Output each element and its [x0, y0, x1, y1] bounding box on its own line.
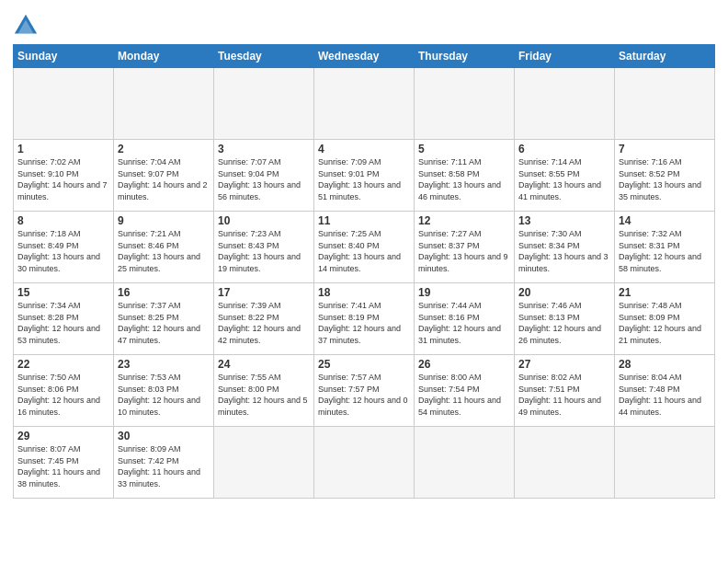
- day-info: Sunrise: 7:11 AMSunset: 8:58 PMDaylight:…: [418, 156, 510, 202]
- day-info: Sunrise: 7:50 AMSunset: 8:06 PMDaylight:…: [17, 372, 109, 418]
- calendar-cell: 15Sunrise: 7:34 AMSunset: 8:28 PMDayligh…: [14, 283, 114, 355]
- day-info: Sunrise: 7:48 AMSunset: 8:09 PMDaylight:…: [619, 300, 711, 346]
- calendar-cell: 1Sunrise: 7:02 AMSunset: 9:10 PMDaylight…: [14, 140, 114, 212]
- calendar-cell: 28Sunrise: 8:04 AMSunset: 7:48 PMDayligh…: [615, 355, 715, 427]
- day-number: 6: [518, 143, 610, 155]
- day-number: 28: [619, 358, 711, 371]
- day-number: 18: [318, 286, 410, 299]
- calendar-week-row: [14, 68, 715, 140]
- day-info: Sunrise: 8:00 AMSunset: 7:54 PMDaylight:…: [418, 372, 510, 418]
- day-info: Sunrise: 7:02 AMSunset: 9:10 PMDaylight:…: [17, 156, 109, 202]
- day-number: 14: [619, 214, 711, 227]
- day-number: 5: [418, 143, 510, 155]
- day-number: 17: [218, 286, 310, 299]
- day-info: Sunrise: 7:25 AMSunset: 8:40 PMDaylight:…: [318, 228, 410, 274]
- day-number: 1: [17, 143, 109, 155]
- day-info: Sunrise: 7:57 AMSunset: 7:57 PMDaylight:…: [318, 372, 410, 418]
- day-number: 19: [418, 286, 510, 299]
- day-number: 27: [518, 358, 610, 371]
- calendar-cell: 22Sunrise: 7:50 AMSunset: 8:06 PMDayligh…: [14, 355, 114, 427]
- calendar-cell: 20Sunrise: 7:46 AMSunset: 8:13 PMDayligh…: [515, 283, 615, 355]
- day-info: Sunrise: 8:09 AMSunset: 7:42 PMDaylight:…: [118, 443, 210, 489]
- calendar-cell: 2Sunrise: 7:04 AMSunset: 9:07 PMDaylight…: [114, 140, 214, 212]
- day-info: Sunrise: 7:44 AMSunset: 8:16 PMDaylight:…: [418, 300, 510, 346]
- calendar-cell: 12Sunrise: 7:27 AMSunset: 8:37 PMDayligh…: [415, 212, 515, 283]
- calendar-cell: 13Sunrise: 7:30 AMSunset: 8:34 PMDayligh…: [515, 212, 615, 283]
- calendar-cell: 9Sunrise: 7:21 AMSunset: 8:46 PMDaylight…: [114, 212, 214, 283]
- calendar-cell: 29Sunrise: 8:07 AMSunset: 7:45 PMDayligh…: [14, 427, 114, 499]
- day-number: 13: [518, 214, 610, 227]
- day-number: 9: [118, 214, 210, 227]
- calendar-cell: [114, 68, 214, 140]
- calendar-cell: [515, 68, 615, 140]
- calendar-cell: 4Sunrise: 7:09 AMSunset: 9:01 PMDaylight…: [314, 140, 415, 212]
- day-number: 16: [118, 286, 210, 299]
- calendar-cell: 21Sunrise: 7:48 AMSunset: 8:09 PMDayligh…: [615, 283, 715, 355]
- day-number: 15: [17, 286, 109, 299]
- day-number: 23: [118, 358, 210, 371]
- day-info: Sunrise: 7:46 AMSunset: 8:13 PMDaylight:…: [518, 300, 610, 346]
- day-number: 29: [17, 430, 109, 442]
- day-info: Sunrise: 7:41 AMSunset: 8:19 PMDaylight:…: [318, 300, 410, 346]
- day-info: Sunrise: 8:04 AMSunset: 7:48 PMDaylight:…: [619, 372, 711, 418]
- calendar-cell: 23Sunrise: 7:53 AMSunset: 8:03 PMDayligh…: [114, 355, 214, 427]
- calendar-cell: [615, 68, 715, 140]
- day-number: 2: [118, 143, 210, 155]
- day-number: 25: [318, 358, 410, 371]
- calendar-cell: 18Sunrise: 7:41 AMSunset: 8:19 PMDayligh…: [314, 283, 415, 355]
- calendar-day-header: Tuesday: [214, 45, 314, 68]
- calendar-cell: 27Sunrise: 8:02 AMSunset: 7:51 PMDayligh…: [515, 355, 615, 427]
- day-info: Sunrise: 7:23 AMSunset: 8:43 PMDaylight:…: [218, 228, 310, 274]
- calendar-week-row: 29Sunrise: 8:07 AMSunset: 7:45 PMDayligh…: [14, 427, 715, 499]
- day-number: 7: [619, 143, 711, 155]
- calendar-day-header: Friday: [515, 45, 615, 68]
- calendar-cell: [14, 68, 114, 140]
- calendar-cell: 3Sunrise: 7:07 AMSunset: 9:04 PMDaylight…: [214, 140, 314, 212]
- calendar-cell: 5Sunrise: 7:11 AMSunset: 8:58 PMDaylight…: [415, 140, 515, 212]
- day-info: Sunrise: 8:07 AMSunset: 7:45 PMDaylight:…: [17, 443, 109, 489]
- calendar-cell: 8Sunrise: 7:18 AMSunset: 8:49 PMDaylight…: [14, 212, 114, 283]
- day-info: Sunrise: 7:30 AMSunset: 8:34 PMDaylight:…: [518, 228, 610, 274]
- calendar-day-header: Thursday: [415, 45, 515, 68]
- calendar-day-header: Wednesday: [314, 45, 415, 68]
- calendar-cell: [415, 427, 515, 499]
- day-number: 8: [17, 214, 109, 227]
- day-info: Sunrise: 7:55 AMSunset: 8:00 PMDaylight:…: [218, 372, 310, 418]
- page: SundayMondayTuesdayWednesdayThursdayFrid…: [0, 0, 728, 563]
- day-number: 3: [218, 143, 310, 155]
- day-number: 4: [318, 143, 410, 155]
- calendar-cell: 14Sunrise: 7:32 AMSunset: 8:31 PMDayligh…: [615, 212, 715, 283]
- day-number: 11: [318, 214, 410, 227]
- calendar-day-header: Saturday: [615, 45, 715, 68]
- day-info: Sunrise: 7:14 AMSunset: 8:55 PMDaylight:…: [518, 156, 610, 202]
- day-number: 20: [518, 286, 610, 299]
- calendar-week-row: 1Sunrise: 7:02 AMSunset: 9:10 PMDaylight…: [14, 140, 715, 212]
- calendar-cell: 19Sunrise: 7:44 AMSunset: 8:16 PMDayligh…: [415, 283, 515, 355]
- day-number: 10: [218, 214, 310, 227]
- calendar-cell: [214, 427, 314, 499]
- calendar-cell: 6Sunrise: 7:14 AMSunset: 8:55 PMDaylight…: [515, 140, 615, 212]
- day-info: Sunrise: 7:37 AMSunset: 8:25 PMDaylight:…: [118, 300, 210, 346]
- day-info: Sunrise: 7:21 AMSunset: 8:46 PMDaylight:…: [118, 228, 210, 274]
- calendar-cell: 25Sunrise: 7:57 AMSunset: 7:57 PMDayligh…: [314, 355, 415, 427]
- calendar-cell: 11Sunrise: 7:25 AMSunset: 8:40 PMDayligh…: [314, 212, 415, 283]
- calendar-week-row: 8Sunrise: 7:18 AMSunset: 8:49 PMDaylight…: [14, 212, 715, 283]
- day-info: Sunrise: 7:09 AMSunset: 9:01 PMDaylight:…: [318, 156, 410, 202]
- day-number: 21: [619, 286, 711, 299]
- day-number: 26: [418, 358, 510, 371]
- day-info: Sunrise: 7:18 AMSunset: 8:49 PMDaylight:…: [17, 228, 109, 274]
- calendar-cell: 17Sunrise: 7:39 AMSunset: 8:22 PMDayligh…: [214, 283, 314, 355]
- day-number: 22: [17, 358, 109, 371]
- calendar-cell: 24Sunrise: 7:55 AMSunset: 8:00 PMDayligh…: [214, 355, 314, 427]
- calendar-day-header: Sunday: [14, 45, 114, 68]
- day-info: Sunrise: 7:04 AMSunset: 9:07 PMDaylight:…: [118, 156, 210, 202]
- logo: [13, 13, 42, 39]
- header: [13, 9, 715, 39]
- day-info: Sunrise: 7:32 AMSunset: 8:31 PMDaylight:…: [619, 228, 711, 274]
- day-number: 24: [218, 358, 310, 371]
- day-number: 12: [418, 214, 510, 227]
- logo-icon: [13, 13, 39, 39]
- day-info: Sunrise: 7:16 AMSunset: 8:52 PMDaylight:…: [619, 156, 711, 202]
- day-info: Sunrise: 8:02 AMSunset: 7:51 PMDaylight:…: [518, 372, 610, 418]
- calendar-cell: [314, 68, 415, 140]
